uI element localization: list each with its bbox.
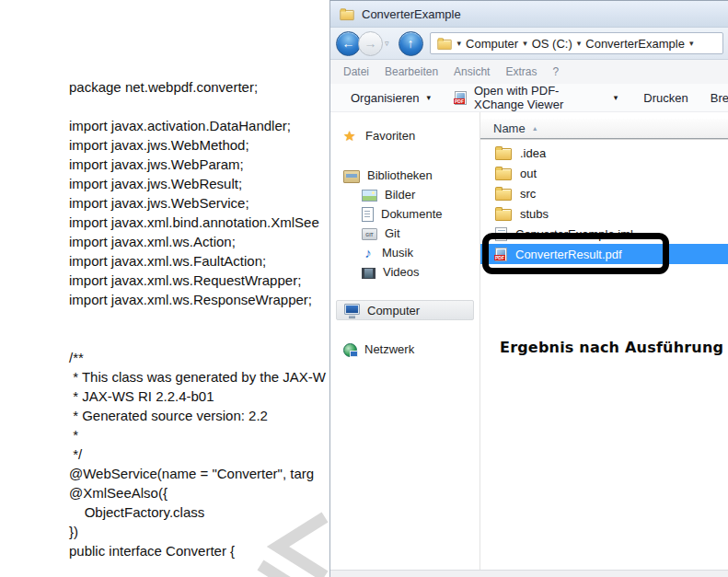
breadcrumb-computer[interactable]: Computer [466,37,518,51]
file-rows: .idea out src stubs [480,143,728,264]
up-button[interactable] [399,31,423,56]
breadcrumb-os-c[interactable]: OS (C:) [532,37,572,51]
sidebar-label: Favoriten [365,129,415,143]
breadcrumb-chevron-icon[interactable] [577,40,582,48]
explorer-window: ConverterExample Computer OS (C:) [329,0,728,577]
sidebar-item-videos[interactable]: Videos [330,262,480,282]
up-arrow-icon [408,36,414,51]
file-row-converterresult-pdf[interactable]: PDF ConverterResult.pdf [480,244,728,264]
computer-monitor-icon [344,304,360,315]
file-name: src [520,187,536,201]
breadcrumb: Computer OS (C:) ConverterExample [466,37,693,51]
sidebar-item-git[interactable]: GIT Git [330,224,480,243]
command-toolbar: Organisieren PDF Open with PDF-XChange V… [330,84,728,112]
pdf-file-icon: PDF [495,248,507,261]
sidebar-item-favoriten[interactable]: Favoriten [330,126,480,145]
sidebar-item-bibliotheken[interactable]: Bibliotheken [330,166,480,185]
file-row-idea[interactable]: .idea [480,143,728,163]
menu-extras[interactable]: Extras [505,65,537,78]
pictures-icon [362,190,377,202]
open-with-button[interactable]: PDF Open with PDF-XChange Viewer [455,84,618,111]
sidebar-label: Bilder [385,188,415,202]
navigation-pane: Favoriten Bibliotheken Bilder Dokumente … [330,112,480,570]
forward-arrow-icon [364,36,377,51]
menu-datei[interactable]: Datei [343,65,369,78]
sidebar-item-dokumente[interactable]: Dokumente [330,204,480,224]
documents-icon [362,207,374,222]
organize-button[interactable]: Organisieren [351,91,431,105]
breadcrumb-chevron-icon[interactable] [689,40,694,48]
music-note-icon [362,246,375,260]
git-folder-icon: GIT [362,228,377,240]
breadcrumb-converterexample[interactable]: ConverterExample [585,37,685,51]
sidebar-label: Videos [383,265,420,279]
file-name: out [520,167,537,180]
breadcrumb-chevron-icon[interactable] [457,40,462,48]
forward-button[interactable] [358,31,383,56]
menu-bar: Datei Bearbeiten Ansicht Extras ? [330,60,728,84]
result-annotation-text: Ergebnis nach Ausführung [500,339,723,356]
file-name: ConverterResult.pdf [515,248,622,261]
sidebar-label: Computer [367,304,420,317]
folder-icon [340,10,353,20]
file-row-stubs[interactable]: stubs [480,203,728,224]
sidebar-item-bilder[interactable]: Bilder [330,185,480,204]
navigation-bar: Computer OS (C:) ConverterExample [330,28,728,60]
chevron-down-icon [614,94,618,102]
title-bar[interactable]: ConverterExample [330,1,728,28]
sidebar-item-computer[interactable]: Computer [336,300,474,320]
burn-label: Bre [711,91,728,105]
folder-icon [495,209,512,221]
burn-button[interactable]: Bre [711,91,728,105]
name-header-label: Name [493,121,526,135]
network-globe-icon [343,343,357,357]
file-list-pane: Name .idea out src [480,112,728,570]
address-bar[interactable]: Computer OS (C:) ConverterExample [430,32,723,54]
folder-icon [495,148,512,160]
sort-ascending-icon [532,125,538,132]
film-strip-icon [362,268,376,279]
sidebar-item-netzwerk[interactable]: Netzwerk [330,340,480,359]
organize-label: Organisieren [351,91,419,105]
sidebar-item-musik[interactable]: Musik [330,243,480,262]
star-icon [343,129,358,144]
file-row-converterexample-iml[interactable]: ConverterExample.iml [480,224,728,244]
menu-bearbeiten[interactable]: Bearbeiten [385,65,438,78]
name-column-header[interactable]: Name [480,119,728,139]
library-icon [343,170,360,183]
screenshot-stage: package net.webpdf.converter; import jav… [0,0,728,577]
file-row-out[interactable]: out [480,163,728,183]
status-bar [330,570,728,577]
sidebar-label: Musik [382,246,413,260]
window-content: Favoriten Bibliotheken Bilder Dokumente … [330,112,728,570]
chevron-down-icon [426,94,431,102]
address-folder-icon [437,40,451,50]
sidebar-label: Bibliotheken [367,168,433,182]
java-source-code: package net.webpdf.converter; import jav… [69,77,326,560]
history-dropdown-icon[interactable] [385,39,389,48]
sidebar-label: Git [385,226,400,240]
file-row-src[interactable]: src [480,183,728,203]
print-label: Drucken [643,91,688,105]
iml-file-icon [495,227,507,241]
folder-icon [495,189,512,201]
open-with-label: Open with PDF-XChange Viewer [474,84,594,111]
file-name: .idea [520,146,546,160]
pdf-xchange-icon: PDF [455,91,467,105]
window-title: ConverterExample [362,7,461,21]
breadcrumb-chevron-icon[interactable] [523,40,527,48]
print-button[interactable]: Drucken [643,91,688,105]
folder-icon [495,168,512,180]
file-name: stubs [520,207,549,221]
sidebar-label: Netzwerk [364,342,414,356]
menu-help[interactable]: ? [552,65,559,78]
sidebar-label: Dokumente [381,207,442,221]
file-name: ConverterExample.iml [515,227,633,241]
menu-ansicht[interactable]: Ansicht [454,65,490,78]
back-arrow-icon [342,36,355,51]
back-button[interactable] [336,31,361,56]
